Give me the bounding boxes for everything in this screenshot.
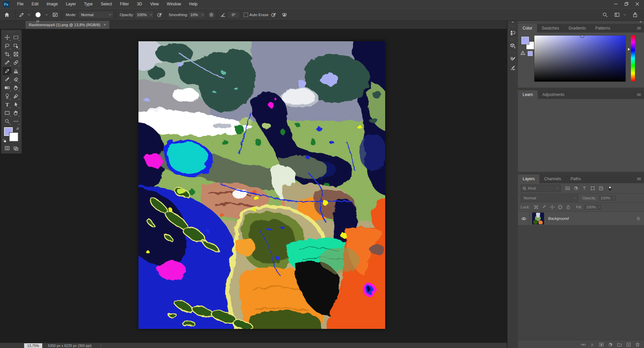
brush-picker-chevron[interactable]	[45, 13, 49, 17]
smoothing-chevron[interactable]	[200, 11, 206, 18]
tool-lasso[interactable]	[3, 42, 11, 50]
layers-tab-channels[interactable]: Channels	[539, 175, 566, 183]
hue-slider-arrow[interactable]	[628, 48, 630, 51]
restore-button[interactable]	[621, 0, 632, 8]
tool-preset-button[interactable]	[19, 12, 24, 17]
tool-rectangular-marquee[interactable]	[11, 33, 20, 42]
tool-preset-chevron[interactable]	[27, 13, 31, 17]
dock-gripper[interactable]	[510, 52, 516, 54]
workspace-picker-chevron[interactable]	[623, 13, 627, 16]
layer-visibility-toggle[interactable]	[518, 212, 530, 225]
dock-panel-history[interactable]	[508, 28, 518, 37]
tab-close-button[interactable]: ×	[104, 22, 106, 27]
kind-smart-object-icon[interactable]	[598, 186, 604, 191]
kind-shape-icon[interactable]	[590, 186, 595, 191]
adjustment-button[interactable]	[607, 341, 614, 348]
lock-artboard-icon[interactable]	[558, 204, 563, 210]
panel-menu-icon[interactable]	[636, 92, 642, 97]
tool-object-selection[interactable]	[11, 42, 20, 50]
dock-gripper[interactable]	[510, 39, 516, 41]
panel-menu-icon[interactable]	[636, 176, 642, 182]
kind-adjustment-icon[interactable]	[573, 186, 579, 191]
gamut-closest-swatch[interactable]	[528, 51, 533, 56]
menu-view[interactable]: View	[146, 0, 163, 8]
dock-panel-brushes[interactable]	[508, 63, 518, 72]
dock-gripper[interactable]	[510, 26, 516, 28]
app-logo[interactable]: Ps	[3, 1, 9, 7]
menu-edit[interactable]: Edit	[27, 0, 43, 8]
menu-3d[interactable]: 3D	[133, 0, 146, 8]
tool-dodge[interactable]	[3, 92, 11, 100]
menu-help[interactable]: Help	[185, 0, 201, 8]
lock-all-icon[interactable]	[566, 204, 571, 210]
link-button[interactable]	[580, 341, 587, 348]
pressure-size-button[interactable]	[271, 12, 277, 17]
layer-filter-select[interactable]: Kind	[521, 185, 561, 192]
default-colors-icon[interactable]	[2, 139, 7, 143]
color-tab-patterns[interactable]: Patterns	[591, 24, 615, 33]
tool-frame[interactable]	[11, 50, 20, 58]
quick-mask-button[interactable]	[3, 144, 11, 152]
swap-colors-icon[interactable]	[16, 127, 20, 131]
tool-edit-toolbar[interactable]	[11, 117, 20, 126]
foreground-color-swatch[interactable]	[521, 37, 529, 44]
kind-type-icon[interactable]: T	[582, 186, 587, 191]
tool-hand[interactable]	[11, 109, 20, 117]
blend-mode-select[interactable]: Normal	[78, 11, 114, 18]
tool-move[interactable]	[3, 33, 11, 42]
tool-pencil[interactable]	[3, 67, 11, 75]
home-button[interactable]	[4, 12, 10, 17]
mask-button[interactable]	[598, 341, 605, 348]
pressure-opacity-button[interactable]	[157, 12, 163, 17]
opacity-chevron[interactable]	[149, 11, 154, 18]
workspace-picker-button[interactable]	[614, 12, 620, 17]
toggle-brush-panel-button[interactable]	[52, 12, 58, 17]
menu-type[interactable]: Type	[80, 0, 97, 8]
folder-button[interactable]	[616, 341, 623, 348]
menu-window[interactable]: Window	[163, 0, 185, 8]
tool-clone-stamp[interactable]	[11, 67, 20, 75]
tool-eyedropper[interactable]	[3, 58, 11, 67]
color-tab-gradients[interactable]: Gradients	[564, 24, 591, 33]
menu-file[interactable]: File	[13, 0, 27, 8]
filter-toggle-switch[interactable]	[607, 186, 613, 191]
saturation-brightness-field[interactable]	[534, 35, 626, 82]
tool-history-brush[interactable]	[3, 75, 11, 84]
color-tab-color[interactable]: Color	[518, 24, 537, 33]
lock-position-icon[interactable]	[549, 204, 555, 210]
search-button[interactable]	[602, 12, 608, 17]
tool-path-selection[interactable]	[11, 100, 20, 109]
gamut-warning-icon[interactable]	[520, 50, 526, 56]
menu-filter[interactable]: Filter	[116, 0, 133, 8]
layer-fill-field[interactable]: 100%	[584, 204, 602, 210]
trash-button[interactable]	[634, 341, 641, 348]
layer-opacity-field[interactable]: 100%	[598, 195, 617, 201]
lock-transparency-icon[interactable]	[533, 204, 539, 210]
blend-mode-select[interactable]: Normal	[521, 194, 578, 202]
kind-image-icon[interactable]	[565, 186, 570, 191]
tool-gradient[interactable]	[3, 84, 11, 92]
symmetry-button[interactable]	[282, 12, 287, 17]
color-cursor[interactable]	[580, 35, 584, 38]
tool-eraser[interactable]	[11, 75, 20, 84]
tool-crop[interactable]	[3, 50, 11, 58]
color-tab-swatches[interactable]: Swatches	[537, 24, 564, 33]
tool-type[interactable]: T	[3, 100, 11, 109]
layer-thumbnail[interactable]	[532, 212, 544, 225]
screen-mode-button[interactable]	[11, 144, 20, 152]
layers-tab-paths[interactable]: Paths	[566, 175, 586, 183]
tool-zoom[interactable]	[3, 117, 11, 126]
brush-angle-field[interactable]: 0°	[227, 11, 240, 18]
new-layer-button[interactable]	[625, 341, 632, 348]
tool-healing-brush[interactable]	[11, 58, 20, 67]
panel-menu-icon[interactable]	[636, 26, 642, 31]
smoothing-options-button[interactable]	[209, 12, 214, 17]
toolbar-gripper[interactable]	[8, 31, 15, 33]
auto-erase-checkbox[interactable]	[244, 12, 248, 17]
learn-tab-learn[interactable]: Learn	[518, 90, 538, 99]
document-canvas[interactable]	[138, 41, 385, 329]
brush-preset-picker[interactable]: 28	[36, 12, 41, 17]
close-button[interactable]	[632, 0, 643, 8]
tool-pen[interactable]	[11, 92, 20, 100]
smoothing-field[interactable]: 10%	[188, 11, 200, 18]
